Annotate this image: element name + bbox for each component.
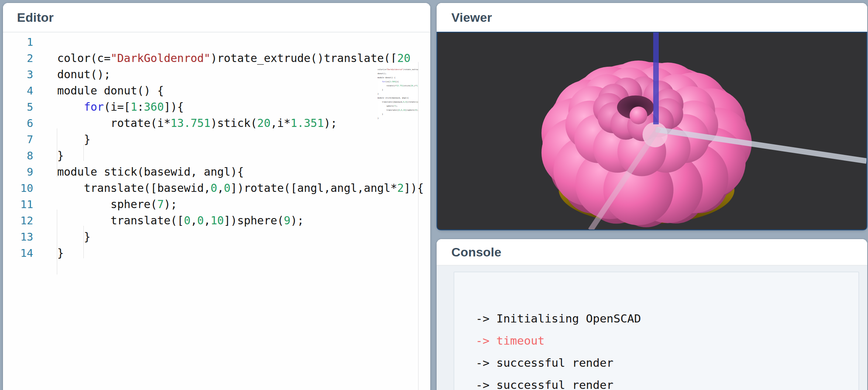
3d-render [437, 32, 867, 229]
code-line[interactable] [57, 34, 430, 50]
line-number: 6 [3, 115, 35, 131]
line-number: 9 [3, 164, 35, 180]
code-line[interactable]: translate([0,0,10])sphere(9); [57, 213, 430, 229]
indent-guide [57, 210, 57, 275]
line-number: 7 [3, 131, 35, 148]
viewer-canvas[interactable] [437, 32, 867, 230]
code-line[interactable]: rotate(i*13.751)stick(20,i*1.351); [378, 84, 418, 88]
line-number: 10 [3, 180, 35, 196]
code-line[interactable]: module stick(basewid, angl){ [57, 164, 430, 180]
line-number: 8 [3, 148, 35, 164]
code-line[interactable]: translate([basewid,0,0])rotate([angl,ang… [57, 180, 430, 196]
viewer-panel: Viewer [437, 3, 867, 230]
code-line[interactable]: sphere(7); [57, 196, 430, 213]
line-number: 11 [3, 196, 35, 213]
line-number: 1 [3, 34, 35, 50]
console-message: -> Initialising OpenSCAD [476, 307, 855, 329]
code-line[interactable]: color(c="DarkGoldenrod")rotate_extrude()… [57, 50, 430, 66]
code-line[interactable]: module donut() { [57, 83, 430, 99]
line-number: 3 [3, 66, 35, 83]
code-line[interactable]: } [57, 148, 430, 164]
console-header: Console [437, 239, 867, 266]
editor-panel: Editor 1234567891011121314 color(c="Dark… [3, 3, 430, 390]
editor-header: Editor [3, 3, 430, 32]
code-line[interactable]: module donut() { [378, 76, 418, 80]
scrollbar-track-line [418, 62, 418, 390]
code-line[interactable]: for(i=[1:360]){ [378, 80, 418, 84]
code-line[interactable]: color(c="DarkGoldenrod")rotate_extrude()… [378, 68, 418, 72]
console-content: -> Initialising OpenSCAD-> timeout-> suc… [437, 266, 867, 390]
line-number: 13 [3, 229, 35, 245]
code-line[interactable]: donut(); [57, 66, 430, 83]
line-number: 2 [3, 50, 35, 66]
line-number: 14 [3, 245, 35, 261]
code-line[interactable]: } [378, 112, 418, 116]
line-number: 4 [3, 83, 35, 99]
indent-guide [83, 226, 84, 258]
code-line[interactable]: for(i=[1:360]){ [57, 99, 430, 115]
code-line[interactable]: donut(); [378, 72, 418, 76]
code-line[interactable] [378, 63, 418, 68]
code-line[interactable]: sphere(7); [378, 104, 418, 108]
indent-guide [57, 128, 57, 177]
console-message-list: -> Initialising OpenSCAD-> timeout-> suc… [476, 307, 855, 390]
console-title: Console [451, 245, 502, 259]
viewer-title: Viewer [451, 10, 492, 25]
console-message: -> timeout [476, 329, 855, 352]
code-line[interactable]: } [57, 245, 430, 261]
code-text-area[interactable]: color(c="DarkGoldenrod")rotate_extrude()… [57, 34, 430, 261]
code-line[interactable]: } [378, 88, 418, 92]
code-line[interactable]: translate([0,0,10])sphere(9); [378, 108, 418, 112]
code-line[interactable]: } [378, 116, 418, 120]
code-line[interactable]: } [57, 131, 430, 148]
code-line[interactable]: translate([basewid,0,0])rotate([angl,ang… [378, 100, 418, 104]
code-line[interactable]: module stick(basewid, angl){ [378, 96, 418, 100]
code-editor[interactable]: 1234567891011121314 color(c="DarkGoldenr… [3, 32, 430, 390]
console-message: -> successful render [476, 374, 855, 390]
console-panel: Console -> Initialising OpenSCAD-> timeo… [437, 239, 867, 390]
indent-guide [83, 145, 84, 161]
editor-title: Editor [17, 10, 54, 25]
line-number-gutter: 1234567891011121314 [3, 34, 35, 261]
code-line[interactable]: rotate(i*13.751)stick(20,i*1.351); [57, 115, 430, 131]
console-message: -> successful render [476, 352, 855, 374]
code-line[interactable]: } [378, 92, 418, 96]
minimap[interactable]: color(c="DarkGoldenrod")rotate_extrude()… [378, 63, 418, 120]
hole-inner-sphere [630, 107, 647, 124]
z-axis-line [653, 32, 659, 124]
line-number: 12 [3, 213, 35, 229]
line-number: 5 [3, 99, 35, 115]
code-line[interactable]: } [57, 229, 430, 245]
console-output[interactable]: -> Initialising OpenSCAD-> timeout-> suc… [454, 272, 859, 390]
viewer-header: Viewer [437, 3, 867, 32]
